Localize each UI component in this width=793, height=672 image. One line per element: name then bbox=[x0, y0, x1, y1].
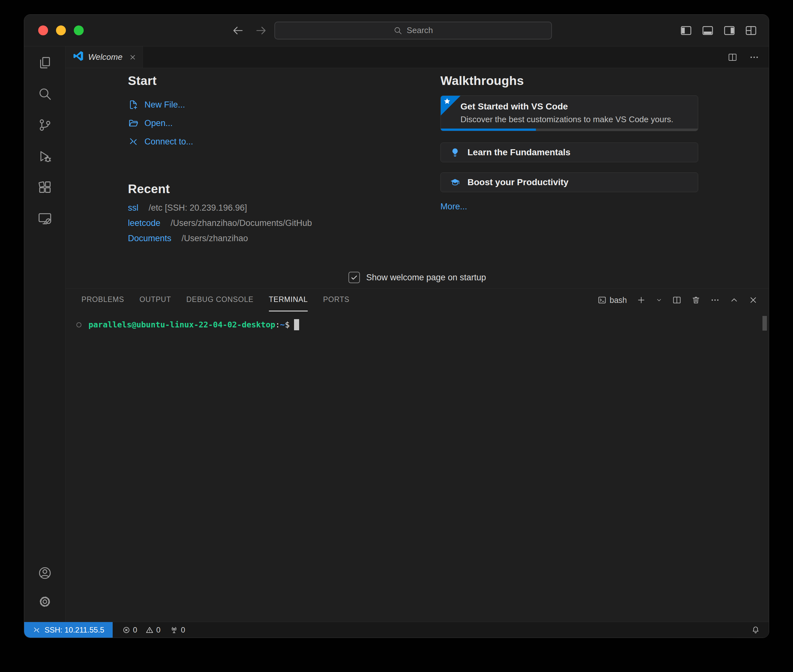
show-welcome-checkbox[interactable] bbox=[348, 272, 360, 283]
split-terminal-icon[interactable] bbox=[672, 295, 682, 305]
close-panel-icon[interactable] bbox=[748, 295, 758, 305]
recent-item-link[interactable]: Documents bbox=[128, 234, 171, 243]
recent-item: leetcode /Users/zhanzihao/Documents/GitH… bbox=[128, 218, 433, 234]
tab-ports[interactable]: PORTS bbox=[323, 289, 349, 312]
startup-checkbox-row: Show welcome page on startup bbox=[66, 272, 769, 283]
tab-terminal[interactable]: TERMINAL bbox=[269, 289, 308, 312]
account-icon[interactable] bbox=[38, 566, 52, 580]
editor-more-actions-icon[interactable] bbox=[749, 52, 759, 62]
terminal-shell-picker[interactable]: bash bbox=[598, 296, 627, 305]
prompt-symbol: $ bbox=[285, 320, 290, 329]
toggle-secondary-sidebar-icon[interactable] bbox=[723, 24, 736, 37]
kill-terminal-trash-icon[interactable] bbox=[691, 295, 701, 305]
terminal-scrollbar[interactable] bbox=[763, 316, 767, 331]
tab-output[interactable]: OUTPUT bbox=[139, 289, 171, 312]
connect-to-link[interactable]: Connect to... bbox=[128, 132, 433, 151]
panel-more-actions-icon[interactable] bbox=[710, 295, 720, 305]
search-label: Search bbox=[407, 26, 433, 35]
show-welcome-label: Show welcome page on startup bbox=[366, 273, 486, 283]
status-bar: SSH: 10.211.55.5 0 0 0 bbox=[24, 622, 769, 638]
minimize-window-button[interactable] bbox=[56, 26, 66, 35]
lightbulb-icon bbox=[450, 147, 460, 158]
recent-item-link[interactable]: leetcode bbox=[128, 218, 160, 228]
walkthrough-productivity-card[interactable]: Boost your Productivity bbox=[441, 173, 698, 192]
start-heading: Start bbox=[128, 74, 433, 88]
open-folder-icon bbox=[128, 118, 139, 128]
recent-item-path: /Users/zhanzihao/Documents/GitHub bbox=[171, 218, 312, 228]
new-file-link[interactable]: New File... bbox=[128, 96, 433, 114]
mortarboard-icon bbox=[450, 177, 460, 188]
open-link[interactable]: Open... bbox=[128, 114, 433, 132]
new-terminal-icon[interactable] bbox=[636, 295, 646, 305]
close-window-button[interactable] bbox=[38, 26, 48, 35]
radio-tower-icon bbox=[170, 626, 178, 634]
welcome-page: Start New File... Open... bbox=[66, 68, 769, 288]
connect-to-label: Connect to... bbox=[144, 137, 193, 147]
command-center-search[interactable]: Search bbox=[274, 22, 552, 40]
terminal-cursor bbox=[294, 319, 299, 330]
error-icon bbox=[122, 626, 130, 634]
recent-item: Documents /Users/zhanzihao bbox=[128, 234, 433, 249]
walkthroughs-more-link[interactable]: More... bbox=[441, 202, 698, 211]
prompt-user-host: parallels@ubuntu-linux-22-04-02-desktop bbox=[88, 320, 275, 329]
traffic-lights bbox=[38, 26, 84, 35]
remote-connect-icon bbox=[128, 136, 139, 147]
walkthrough-card-subtitle: Discover the best customizations to make… bbox=[460, 115, 689, 125]
command-decoration-icon bbox=[76, 322, 82, 327]
warning-count: 0 bbox=[156, 626, 160, 634]
tab-debug-console[interactable]: DEBUG CONSOLE bbox=[186, 289, 254, 312]
prompt-separator: : bbox=[275, 320, 280, 329]
zoom-window-button[interactable] bbox=[74, 26, 84, 35]
star-icon bbox=[443, 98, 451, 107]
maximize-panel-icon[interactable] bbox=[729, 295, 739, 305]
remote-explorer-icon[interactable] bbox=[38, 211, 52, 226]
walkthrough-card-title: Get Started with VS Code bbox=[460, 101, 689, 112]
problems-status[interactable]: 0 0 bbox=[122, 626, 161, 634]
error-count: 0 bbox=[133, 626, 137, 634]
ports-status[interactable]: 0 bbox=[170, 626, 185, 634]
remote-icon bbox=[32, 626, 41, 634]
remote-label: SSH: 10.211.55.5 bbox=[45, 626, 104, 634]
extensions-icon[interactable] bbox=[38, 180, 52, 195]
walkthrough-fundamentals-card[interactable]: Learn the Fundamentals bbox=[441, 142, 698, 162]
settings-gear-icon[interactable] bbox=[38, 594, 52, 609]
search-icon[interactable] bbox=[38, 86, 52, 101]
terminal-launch-dropdown-icon[interactable] bbox=[655, 296, 663, 304]
walkthroughs-heading: Walkthroughs bbox=[441, 74, 698, 88]
prompt-path: ~ bbox=[280, 320, 285, 329]
walkthrough-get-started-card[interactable]: Get Started with VS Code Discover the be… bbox=[441, 96, 698, 131]
recent-item: ssl /etc [SSH: 20.239.196.96] bbox=[128, 203, 433, 218]
desktop: Search bbox=[0, 0, 793, 672]
tab-problems[interactable]: PROBLEMS bbox=[82, 289, 124, 312]
tab-label: Welcome bbox=[88, 52, 123, 62]
editor-tab-bar: Welcome bbox=[66, 46, 769, 68]
activity-bar bbox=[24, 46, 66, 622]
toggle-sidebar-icon[interactable] bbox=[680, 24, 692, 37]
vscode-window: Search bbox=[24, 14, 769, 638]
tab-close-icon[interactable] bbox=[129, 54, 136, 61]
search-icon bbox=[393, 26, 402, 35]
customize-layout-icon[interactable] bbox=[745, 24, 757, 37]
recent-item-link[interactable]: ssl bbox=[128, 203, 138, 213]
open-label: Open... bbox=[144, 118, 173, 128]
notifications-bell-icon[interactable] bbox=[751, 626, 760, 634]
run-debug-icon[interactable] bbox=[38, 149, 52, 163]
remote-indicator[interactable]: SSH: 10.211.55.5 bbox=[24, 622, 113, 638]
explorer-icon[interactable] bbox=[38, 55, 52, 70]
new-file-icon bbox=[128, 99, 139, 110]
vscode-logo-icon bbox=[73, 51, 83, 63]
new-file-label: New File... bbox=[144, 100, 185, 110]
walkthrough-progress-fill bbox=[441, 128, 536, 131]
split-editor-icon[interactable] bbox=[727, 52, 738, 62]
terminal-shell-icon bbox=[598, 296, 607, 304]
terminal-viewport[interactable]: parallels@ubuntu-linux-22-04-02-desktop … bbox=[66, 312, 769, 622]
walkthrough-card-title: Boost your Productivity bbox=[468, 177, 568, 187]
source-control-icon[interactable] bbox=[38, 118, 52, 132]
navigate-forward-icon[interactable] bbox=[255, 24, 268, 37]
recent-item-path: /etc [SSH: 20.239.196.96] bbox=[149, 203, 247, 213]
tab-welcome[interactable]: Welcome bbox=[66, 46, 143, 68]
warning-icon bbox=[146, 626, 154, 634]
toggle-panel-icon[interactable] bbox=[701, 24, 714, 37]
navigate-back-icon[interactable] bbox=[231, 24, 244, 37]
walkthrough-card-title: Learn the Fundamentals bbox=[468, 147, 570, 157]
